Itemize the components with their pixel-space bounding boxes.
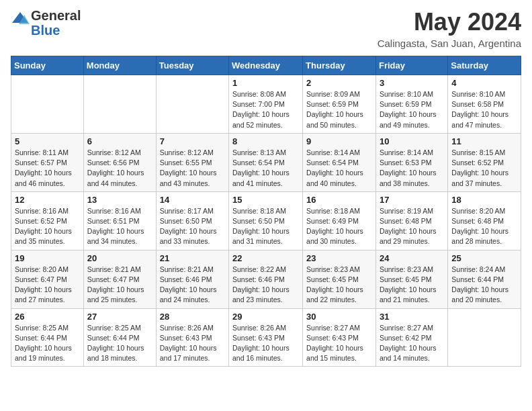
week-row-4: 26Sunrise: 8:25 AM Sunset: 6:44 PM Dayli… [11, 308, 521, 367]
day-number: 24 [380, 253, 444, 263]
day-cell: 7Sunrise: 8:12 AM Sunset: 6:55 PM Daylig… [156, 133, 228, 191]
day-info: Sunrise: 8:27 AM Sunset: 6:43 PM Dayligh… [306, 323, 372, 364]
day-cell: 17Sunrise: 8:19 AM Sunset: 6:48 PM Dayli… [375, 191, 447, 250]
day-info: Sunrise: 8:13 AM Sunset: 6:54 PM Dayligh… [232, 148, 299, 189]
day-info: Sunrise: 8:21 AM Sunset: 6:46 PM Dayligh… [160, 265, 225, 306]
day-info: Sunrise: 8:20 AM Sunset: 6:48 PM Dayligh… [451, 206, 517, 247]
logo-icon [11, 9, 30, 28]
day-info: Sunrise: 8:21 AM Sunset: 6:47 PM Dayligh… [87, 265, 152, 306]
day-cell: 11Sunrise: 8:15 AM Sunset: 6:52 PM Dayli… [448, 133, 521, 191]
day-number: 10 [380, 136, 444, 146]
day-cell: 28Sunrise: 8:26 AM Sunset: 6:43 PM Dayli… [156, 308, 228, 367]
day-cell: 1Sunrise: 8:08 AM Sunset: 7:00 PM Daylig… [229, 75, 303, 134]
day-number: 9 [306, 136, 372, 146]
day-cell: 30Sunrise: 8:27 AM Sunset: 6:43 PM Dayli… [303, 308, 376, 367]
day-cell: 9Sunrise: 8:14 AM Sunset: 6:54 PM Daylig… [303, 133, 376, 191]
day-number: 21 [160, 253, 225, 263]
day-info: Sunrise: 8:20 AM Sunset: 6:47 PM Dayligh… [15, 265, 80, 306]
day-cell [448, 308, 521, 367]
day-cell: 14Sunrise: 8:17 AM Sunset: 6:50 PM Dayli… [156, 191, 228, 250]
day-cell: 19Sunrise: 8:20 AM Sunset: 6:47 PM Dayli… [11, 250, 84, 308]
day-cell: 16Sunrise: 8:18 AM Sunset: 6:49 PM Dayli… [303, 191, 376, 250]
day-number: 15 [232, 195, 299, 205]
subtitle: Calingasta, San Juan, Argentina [378, 38, 521, 49]
week-row-2: 12Sunrise: 8:16 AM Sunset: 6:52 PM Dayli… [11, 191, 521, 250]
day-cell: 5Sunrise: 8:11 AM Sunset: 6:57 PM Daylig… [11, 133, 84, 191]
calendar-body: 1Sunrise: 8:08 AM Sunset: 7:00 PM Daylig… [11, 75, 521, 367]
logo: General Blue [11, 8, 81, 38]
day-number: 30 [306, 312, 372, 322]
day-info: Sunrise: 8:22 AM Sunset: 6:46 PM Dayligh… [232, 265, 299, 306]
day-number: 31 [380, 312, 444, 322]
day-cell: 26Sunrise: 8:25 AM Sunset: 6:44 PM Dayli… [11, 308, 84, 367]
day-cell: 4Sunrise: 8:10 AM Sunset: 6:58 PM Daylig… [448, 75, 521, 134]
col-sunday: Sunday [11, 56, 84, 75]
day-cell: 27Sunrise: 8:25 AM Sunset: 6:44 PM Dayli… [83, 308, 156, 367]
day-info: Sunrise: 8:25 AM Sunset: 6:44 PM Dayligh… [15, 323, 80, 364]
day-info: Sunrise: 8:25 AM Sunset: 6:44 PM Dayligh… [87, 323, 152, 364]
col-wednesday: Wednesday [229, 56, 303, 75]
day-cell: 15Sunrise: 8:18 AM Sunset: 6:50 PM Dayli… [229, 191, 303, 250]
col-monday: Monday [83, 56, 156, 75]
day-number: 2 [306, 78, 372, 88]
day-info: Sunrise: 8:11 AM Sunset: 6:57 PM Dayligh… [15, 148, 80, 189]
day-number: 3 [380, 78, 444, 88]
day-cell [156, 75, 228, 134]
day-info: Sunrise: 8:14 AM Sunset: 6:54 PM Dayligh… [306, 148, 372, 189]
day-info: Sunrise: 8:18 AM Sunset: 6:50 PM Dayligh… [232, 206, 299, 247]
header: General Blue May 2024 Calingasta, San Ju… [11, 8, 521, 49]
day-info: Sunrise: 8:10 AM Sunset: 6:58 PM Dayligh… [451, 89, 517, 130]
day-cell: 6Sunrise: 8:12 AM Sunset: 6:56 PM Daylig… [83, 133, 156, 191]
day-number: 27 [87, 312, 152, 322]
day-info: Sunrise: 8:23 AM Sunset: 6:45 PM Dayligh… [380, 265, 444, 306]
day-number: 16 [306, 195, 372, 205]
day-number: 29 [232, 312, 299, 322]
week-row-3: 19Sunrise: 8:20 AM Sunset: 6:47 PM Dayli… [11, 250, 521, 308]
day-info: Sunrise: 8:16 AM Sunset: 6:52 PM Dayligh… [15, 206, 80, 247]
day-cell: 13Sunrise: 8:16 AM Sunset: 6:51 PM Dayli… [83, 191, 156, 250]
day-number: 12 [15, 195, 80, 205]
day-number: 14 [160, 195, 225, 205]
day-cell [83, 75, 156, 134]
day-number: 23 [306, 253, 372, 263]
day-cell [11, 75, 84, 134]
col-tuesday: Tuesday [156, 56, 228, 75]
day-cell: 24Sunrise: 8:23 AM Sunset: 6:45 PM Dayli… [375, 250, 447, 308]
col-thursday: Thursday [303, 56, 376, 75]
day-info: Sunrise: 8:18 AM Sunset: 6:49 PM Dayligh… [306, 206, 372, 247]
day-cell: 2Sunrise: 8:09 AM Sunset: 6:59 PM Daylig… [303, 75, 376, 134]
day-info: Sunrise: 8:26 AM Sunset: 6:43 PM Dayligh… [160, 323, 225, 364]
day-info: Sunrise: 8:23 AM Sunset: 6:45 PM Dayligh… [306, 265, 372, 306]
main-title: May 2024 [378, 8, 521, 36]
day-info: Sunrise: 8:14 AM Sunset: 6:53 PM Dayligh… [380, 148, 444, 189]
day-info: Sunrise: 8:19 AM Sunset: 6:48 PM Dayligh… [380, 206, 444, 247]
calendar-table: Sunday Monday Tuesday Wednesday Thursday… [11, 56, 521, 367]
day-number: 4 [451, 78, 517, 88]
day-info: Sunrise: 8:08 AM Sunset: 7:00 PM Dayligh… [232, 89, 299, 130]
day-cell: 3Sunrise: 8:10 AM Sunset: 6:59 PM Daylig… [375, 75, 447, 134]
day-number: 26 [15, 312, 80, 322]
day-number: 18 [451, 195, 517, 205]
logo-general: General [31, 8, 81, 23]
day-info: Sunrise: 8:24 AM Sunset: 6:44 PM Dayligh… [451, 265, 517, 306]
day-number: 5 [15, 136, 80, 146]
day-info: Sunrise: 8:27 AM Sunset: 6:42 PM Dayligh… [380, 323, 444, 364]
day-number: 25 [451, 253, 517, 263]
title-area: May 2024 Calingasta, San Juan, Argentina [378, 8, 521, 49]
day-cell: 12Sunrise: 8:16 AM Sunset: 6:52 PM Dayli… [11, 191, 84, 250]
day-cell: 23Sunrise: 8:23 AM Sunset: 6:45 PM Dayli… [303, 250, 376, 308]
day-info: Sunrise: 8:17 AM Sunset: 6:50 PM Dayligh… [160, 206, 225, 247]
week-row-1: 5Sunrise: 8:11 AM Sunset: 6:57 PM Daylig… [11, 133, 521, 191]
day-info: Sunrise: 8:26 AM Sunset: 6:43 PM Dayligh… [232, 323, 299, 364]
day-info: Sunrise: 8:12 AM Sunset: 6:55 PM Dayligh… [160, 148, 225, 189]
day-cell: 22Sunrise: 8:22 AM Sunset: 6:46 PM Dayli… [229, 250, 303, 308]
day-number: 11 [451, 136, 517, 146]
header-row: Sunday Monday Tuesday Wednesday Thursday… [11, 56, 521, 75]
day-number: 1 [232, 78, 299, 88]
day-cell: 25Sunrise: 8:24 AM Sunset: 6:44 PM Dayli… [448, 250, 521, 308]
day-info: Sunrise: 8:16 AM Sunset: 6:51 PM Dayligh… [87, 206, 152, 247]
day-info: Sunrise: 8:10 AM Sunset: 6:59 PM Dayligh… [380, 89, 444, 130]
day-number: 8 [232, 136, 299, 146]
day-cell: 31Sunrise: 8:27 AM Sunset: 6:42 PM Dayli… [375, 308, 447, 367]
calendar-header: Sunday Monday Tuesday Wednesday Thursday… [11, 56, 521, 75]
